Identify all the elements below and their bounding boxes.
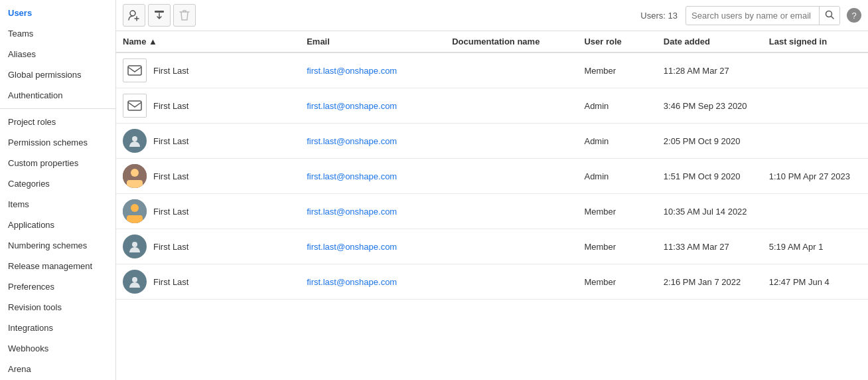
- role-cell: Member: [577, 194, 656, 229]
- table-row[interactable]: First Lastfirst.last@onshape.comMember10…: [116, 194, 868, 229]
- user-name-cell: First Last: [116, 194, 300, 229]
- user-email: first.last@onshape.com: [307, 136, 397, 146]
- sidebar-item-permission-schemes[interactable]: Permission schemes: [0, 132, 115, 153]
- user-name: First Last: [153, 207, 188, 217]
- avatar: [123, 94, 147, 118]
- user-name: First Last: [153, 277, 188, 287]
- last-signed-cell: [762, 52, 868, 88]
- delete-button[interactable]: [173, 4, 196, 27]
- sidebar-item-aliases[interactable]: Aliases: [0, 44, 115, 64]
- col-email[interactable]: Email: [300, 31, 445, 52]
- avatar: [123, 164, 147, 188]
- sidebar-item-authentication[interactable]: Authentication: [0, 85, 115, 106]
- user-email-cell: first.last@onshape.com: [300, 52, 445, 88]
- users-count: Users: 13: [640, 11, 678, 21]
- svg-point-13: [131, 204, 139, 212]
- sidebar-item-teams[interactable]: Teams: [0, 23, 115, 44]
- sidebar-item-project-roles[interactable]: Project roles: [0, 112, 115, 132]
- sidebar-item-users[interactable]: Users: [0, 3, 115, 23]
- doc-name-cell: [445, 88, 577, 124]
- avatar: [123, 270, 147, 294]
- user-name: First Last: [153, 101, 188, 111]
- role-cell: Member: [577, 229, 656, 264]
- main-content: Users: 13 ? Name ▲ Email Documentation n…: [116, 0, 868, 380]
- last-signed-cell: 5:19 AM Apr 1: [762, 229, 868, 264]
- col-date-added[interactable]: Date added: [657, 31, 762, 52]
- doc-name-cell: [445, 52, 577, 88]
- search-button[interactable]: [819, 7, 839, 25]
- search-input[interactable]: [686, 7, 819, 24]
- sidebar-item-preferences[interactable]: Preferences: [0, 276, 115, 297]
- svg-point-15: [132, 242, 137, 247]
- add-user-button[interactable]: [123, 4, 145, 27]
- sidebar-item-revision-tools[interactable]: Revision tools: [0, 297, 115, 318]
- svg-rect-14: [127, 215, 143, 223]
- svg-rect-3: [155, 11, 164, 13]
- user-email-cell: first.last@onshape.com: [300, 124, 445, 159]
- col-name[interactable]: Name ▲: [116, 31, 300, 52]
- date-added-cell: 10:35 AM Jul 14 2022: [657, 194, 762, 229]
- user-name: First Last: [153, 136, 188, 146]
- svg-rect-6: [128, 66, 141, 75]
- avatar: [123, 199, 147, 223]
- sidebar-item-custom-properties[interactable]: Custom properties: [0, 153, 115, 173]
- col-last-signed[interactable]: Last signed in: [762, 31, 868, 52]
- user-name-cell: First Last: [116, 229, 300, 264]
- doc-name-cell: [445, 159, 577, 194]
- user-email: first.last@onshape.com: [307, 207, 397, 217]
- user-email: first.last@onshape.com: [307, 66, 397, 76]
- date-added-cell: 3:46 PM Sep 23 2020: [657, 88, 762, 124]
- sidebar-item-categories[interactable]: Categories: [0, 173, 115, 194]
- user-email: first.last@onshape.com: [307, 101, 397, 111]
- svg-point-0: [130, 11, 135, 16]
- user-name: First Last: [153, 66, 188, 76]
- sidebar: UsersTeamsAliasesGlobal permissionsAuthe…: [0, 0, 116, 380]
- last-signed-cell: 12:47 PM Jun 4: [762, 264, 868, 300]
- date-added-cell: 11:28 AM Mar 27: [657, 52, 762, 88]
- role-cell: Member: [577, 264, 656, 300]
- role-cell: Admin: [577, 159, 656, 194]
- doc-name-cell: [445, 229, 577, 264]
- svg-rect-7: [128, 101, 141, 110]
- col-doc-name[interactable]: Documentation name: [445, 31, 577, 52]
- sidebar-item-webhooks[interactable]: Webhooks: [0, 338, 115, 359]
- sidebar-item-applications[interactable]: Applications: [0, 215, 115, 235]
- table-row[interactable]: First Lastfirst.last@onshape.comAdmin1:5…: [116, 159, 868, 194]
- sidebar-item-release-management[interactable]: Release management: [0, 256, 115, 276]
- date-added-cell: 2:16 PM Jan 7 2022: [657, 264, 762, 300]
- table-header-row: Name ▲ Email Documentation name User rol…: [116, 31, 868, 52]
- user-name: First Last: [153, 171, 188, 181]
- doc-name-cell: [445, 264, 577, 300]
- user-name-cell: First Last: [116, 264, 300, 300]
- table-row[interactable]: First Lastfirst.last@onshape.comMember11…: [116, 229, 868, 264]
- table-row[interactable]: First Lastfirst.last@onshape.comMember11…: [116, 52, 868, 88]
- help-button[interactable]: ?: [847, 8, 861, 23]
- last-signed-cell: [762, 88, 868, 124]
- avatar: [123, 58, 147, 82]
- date-added-cell: 1:51 PM Oct 9 2020: [657, 159, 762, 194]
- import-button[interactable]: [148, 4, 171, 27]
- table-row[interactable]: First Lastfirst.last@onshape.comMember2:…: [116, 264, 868, 300]
- users-table: Name ▲ Email Documentation name User rol…: [116, 31, 868, 300]
- role-cell: Admin: [577, 124, 656, 159]
- user-email-cell: first.last@onshape.com: [300, 229, 445, 264]
- role-cell: Admin: [577, 88, 656, 124]
- sidebar-item-numbering-schemes[interactable]: Numbering schemes: [0, 235, 115, 256]
- sidebar-item-global-permissions[interactable]: Global permissions: [0, 64, 115, 85]
- table-row[interactable]: First Lastfirst.last@onshape.comAdmin2:0…: [116, 124, 868, 159]
- sidebar-item-integrations[interactable]: Integrations: [0, 318, 115, 338]
- svg-point-10: [131, 169, 139, 177]
- last-signed-cell: 1:10 PM Apr 27 2023: [762, 159, 868, 194]
- sidebar-item-items[interactable]: Items: [0, 194, 115, 215]
- toolbar: Users: 13 ?: [116, 0, 868, 31]
- table-row[interactable]: First Lastfirst.last@onshape.comAdmin3:4…: [116, 88, 868, 124]
- user-email-cell: first.last@onshape.com: [300, 159, 445, 194]
- user-name-cell: First Last: [116, 88, 300, 124]
- user-name-cell: First Last: [116, 159, 300, 194]
- user-email: first.last@onshape.com: [307, 242, 397, 252]
- last-signed-cell: [762, 194, 868, 229]
- col-role[interactable]: User role: [577, 31, 656, 52]
- user-name-cell: First Last: [116, 52, 300, 88]
- sidebar-item-arena[interactable]: Arena: [0, 359, 115, 379]
- date-added-cell: 11:33 AM Mar 27: [657, 229, 762, 264]
